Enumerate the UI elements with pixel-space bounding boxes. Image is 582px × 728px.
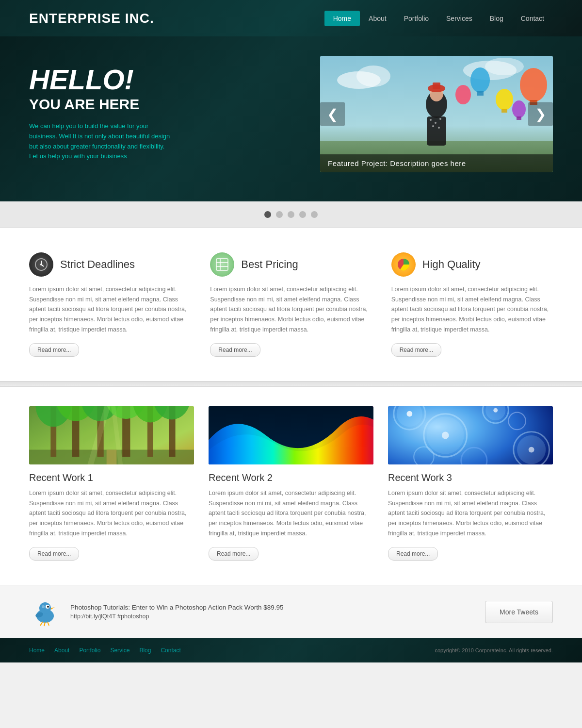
work-thumbnail-3 bbox=[388, 406, 553, 464]
svg-point-70 bbox=[39, 602, 51, 614]
feature-2-read-more[interactable]: Read more... bbox=[210, 343, 260, 357]
section-divider bbox=[0, 381, 582, 387]
forest-thumbnail bbox=[29, 406, 194, 464]
twitter-section: Photoshop Tutorials: Enter to Win a Phot… bbox=[0, 585, 582, 638]
more-tweets-button[interactable]: More Tweets bbox=[485, 601, 553, 623]
site-logo: ENTERPRISE INC. bbox=[29, 11, 154, 26]
footer-copyright: copyright© 2010 CorporateInc. All rights… bbox=[435, 647, 553, 653]
twitter-url-text: http://bit.ly/jlQt4T #photoshop bbox=[70, 613, 475, 620]
work-1-read-more[interactable]: Read more... bbox=[29, 547, 79, 561]
hero-subheading: YOU ARE HERE bbox=[29, 96, 306, 113]
work-1-text: Lorem ipsum dolor sit amet, consectetur … bbox=[29, 488, 194, 538]
feature-2-header: Best Pricing bbox=[210, 252, 372, 277]
hero-slider: ❮ ❯ Featured Project: Description goes h… bbox=[320, 56, 553, 172]
nav-item-portfolio[interactable]: Portfolio bbox=[395, 11, 437, 26]
pie-svg bbox=[397, 258, 410, 271]
nav-item-blog[interactable]: Blog bbox=[481, 11, 512, 26]
dot-5[interactable] bbox=[311, 211, 318, 218]
feature-1-header: Strict Deadlines bbox=[29, 252, 191, 277]
hero-section: HELLO! YOU ARE HERE We can help you to b… bbox=[0, 36, 582, 201]
svg-point-14 bbox=[455, 85, 471, 104]
footer-nav: Home About Portfolio Service Blog Contac… bbox=[29, 647, 181, 654]
feature-3-title: High Quality bbox=[422, 258, 481, 271]
table-icon bbox=[210, 252, 234, 277]
twitter-content: Photoshop Tutorials: Enter to Win a Phot… bbox=[70, 604, 475, 620]
footer-nav-contact[interactable]: Contact bbox=[161, 647, 180, 654]
svg-point-3 bbox=[356, 66, 390, 87]
twitter-bird-icon bbox=[29, 596, 61, 628]
dot-1[interactable] bbox=[264, 211, 271, 218]
features-section: Strict Deadlines Lorem ipsum dolor sit a… bbox=[0, 228, 582, 381]
slider-next-btn[interactable]: ❯ bbox=[528, 102, 553, 126]
footer-nav-blog[interactable]: Blog bbox=[139, 647, 151, 654]
bird-svg bbox=[31, 597, 60, 627]
svg-line-75 bbox=[40, 622, 43, 626]
feature-1-title: Strict Deadlines bbox=[60, 258, 135, 271]
footer-nav-service[interactable]: Service bbox=[110, 647, 129, 654]
feature-3: High Quality Lorem ipsum dolor sit amet,… bbox=[391, 252, 553, 357]
feature-3-header: High Quality bbox=[391, 252, 553, 277]
svg-point-78 bbox=[42, 605, 45, 608]
work-3-title: Recent Work 3 bbox=[388, 472, 553, 483]
dot-2[interactable] bbox=[276, 211, 283, 218]
footer-nav-home[interactable]: Home bbox=[29, 647, 45, 654]
wave-svg bbox=[209, 406, 373, 464]
slider-caption: Featured Project: Description goes here bbox=[320, 154, 553, 172]
svg-point-12 bbox=[512, 100, 526, 118]
svg-rect-24 bbox=[433, 83, 440, 89]
nav-item-home[interactable]: Home bbox=[324, 11, 360, 26]
bokeh-svg bbox=[388, 406, 553, 464]
hero-description: We can help you to build the value for y… bbox=[29, 121, 175, 162]
svg-point-8 bbox=[496, 89, 513, 110]
footer-nav-portfolio[interactable]: Portfolio bbox=[79, 647, 100, 654]
work-item-3: Recent Work 3 Lorem ipsum dolor sit amet… bbox=[388, 406, 553, 561]
work-2-read-more[interactable]: Read more... bbox=[209, 547, 259, 561]
feature-1: Strict Deadlines Lorem ipsum dolor sit a… bbox=[29, 252, 191, 357]
footer-nav-about[interactable]: About bbox=[54, 647, 69, 654]
work-thumbnail-2 bbox=[209, 406, 373, 464]
work-3-read-more[interactable]: Read more... bbox=[388, 547, 438, 561]
svg-point-18 bbox=[430, 119, 432, 121]
hero-text: HELLO! YOU ARE HERE We can help you to b… bbox=[29, 56, 306, 162]
clock-svg bbox=[34, 258, 48, 271]
dot-3[interactable] bbox=[288, 211, 294, 218]
svg-rect-17 bbox=[427, 116, 446, 146]
svg-rect-13 bbox=[517, 116, 521, 120]
slider-dots bbox=[0, 201, 582, 228]
svg-line-77 bbox=[48, 622, 49, 626]
nav-item-contact[interactable]: Contact bbox=[512, 11, 553, 26]
svg-point-72 bbox=[47, 606, 49, 608]
twitter-main-text: Photoshop Tutorials: Enter to Win a Phot… bbox=[70, 604, 475, 611]
svg-point-19 bbox=[435, 122, 436, 124]
feature-1-text: Lorem ipsum dolor sit amet, consectetur … bbox=[29, 284, 191, 334]
table-svg bbox=[216, 258, 228, 271]
svg-rect-11 bbox=[477, 91, 484, 96]
recent-work-section: Recent Work 1 Lorem ipsum dolor sit amet… bbox=[0, 387, 582, 585]
feature-3-text: Lorem ipsum dolor sit amet, consectetur … bbox=[391, 284, 553, 334]
pie-icon bbox=[391, 252, 416, 277]
work-1-title: Recent Work 1 bbox=[29, 472, 194, 483]
svg-line-76 bbox=[44, 622, 45, 626]
svg-point-10 bbox=[470, 67, 490, 93]
svg-point-68 bbox=[529, 447, 534, 453]
footer: Home About Portfolio Service Blog Contac… bbox=[0, 638, 582, 662]
bokeh-thumbnail bbox=[388, 406, 553, 464]
main-nav: Home About Portfolio Services Blog Conta… bbox=[324, 11, 553, 26]
svg-point-20 bbox=[439, 118, 441, 120]
feature-2-text: Lorem ipsum dolor sit amet, consectetur … bbox=[210, 284, 372, 334]
svg-point-21 bbox=[432, 125, 434, 127]
slider-prev-btn[interactable]: ❮ bbox=[320, 102, 345, 126]
dot-4[interactable] bbox=[299, 211, 306, 218]
svg-point-22 bbox=[438, 127, 440, 129]
svg-rect-29 bbox=[216, 259, 228, 270]
nav-item-services[interactable]: Services bbox=[437, 11, 481, 26]
feature-3-read-more[interactable]: Read more... bbox=[391, 343, 441, 357]
header: ENTERPRISE INC. Home About Portfolio Ser… bbox=[0, 0, 582, 36]
work-2-title: Recent Work 2 bbox=[209, 472, 373, 483]
feature-1-read-more[interactable]: Read more... bbox=[29, 343, 79, 357]
svg-point-5 bbox=[485, 58, 524, 75]
work-2-text: Lorem ipsum dolor sit amet, consectetur … bbox=[209, 488, 373, 538]
work-3-text: Lorem ipsum dolor sit amet, consectetur … bbox=[388, 488, 553, 538]
svg-point-6 bbox=[520, 68, 547, 102]
nav-item-about[interactable]: About bbox=[360, 11, 395, 26]
